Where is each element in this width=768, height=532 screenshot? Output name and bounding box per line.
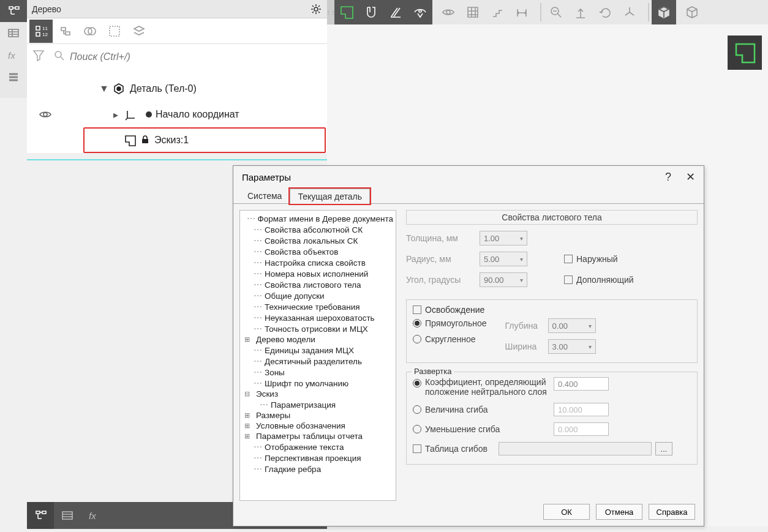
ptree-item[interactable]: Десятичный разделитель <box>265 357 362 366</box>
complement-checkbox[interactable] <box>564 275 573 284</box>
bend-label: Величина сгиба <box>425 405 554 414</box>
ptree-item[interactable]: Номера новых исполнений <box>265 269 368 279</box>
coef-input[interactable] <box>554 377 609 391</box>
ptree-item[interactable]: Зоны <box>265 368 285 377</box>
tree-tb-numbered-icon[interactable]: 1112 <box>29 20 53 43</box>
tree-sketch-label: Эскиз:1 <box>154 135 189 146</box>
help-button[interactable]: Справка <box>649 504 695 520</box>
ptree-item[interactable]: Дерево модели <box>256 335 315 344</box>
ptree-item[interactable]: Параметры таблицы отчета <box>256 432 363 441</box>
ok-button[interactable]: ОК <box>543 504 590 520</box>
bend-radio[interactable] <box>413 405 421 414</box>
drag-handle-icon[interactable]: ⋮⋮ <box>327 0 334 24</box>
ptree-item[interactable]: Свойства объектов <box>265 247 339 257</box>
cancel-button[interactable]: Отмена <box>596 504 642 520</box>
dialog-title: Параметры <box>242 172 291 182</box>
ptree-item[interactable]: Параметризация <box>271 400 336 410</box>
ptree-item[interactable]: Свойства листового тела <box>265 280 361 290</box>
left-rail-fx-icon[interactable]: fx <box>0 44 27 66</box>
eye-icon[interactable] <box>34 110 56 119</box>
ptree-item[interactable]: Шрифт по умолчанию <box>265 379 348 388</box>
ptree-item[interactable]: Перспективная проекция <box>265 454 361 463</box>
reduce-input[interactable] <box>554 422 609 436</box>
tree-tb-link-icon[interactable] <box>54 20 77 43</box>
viewport-sketch-badge[interactable] <box>728 36 762 70</box>
bend-table-checkbox[interactable] <box>413 444 421 453</box>
tab-current-part[interactable]: Текущая деталь <box>290 189 370 204</box>
tool-cube-wire-icon[interactable] <box>680 0 704 24</box>
tree-tb-select-icon[interactable] <box>103 20 126 43</box>
reduce-radio[interactable] <box>413 425 421 433</box>
btm-fx-icon[interactable]: fx <box>81 502 108 529</box>
tool-eye-icon[interactable] <box>408 0 432 24</box>
close-icon[interactable]: ✕ <box>686 170 695 184</box>
depth-combo[interactable]: 0.00▾ <box>548 318 596 333</box>
svg-text:11: 11 <box>42 26 48 31</box>
radius-label: Радиус, мм <box>406 254 480 264</box>
tool-step-icon[interactable] <box>485 0 510 24</box>
ptree-item[interactable]: Условные обозначения <box>256 421 345 430</box>
tool-sketch-icon[interactable] <box>334 0 359 24</box>
filter-icon[interactable] <box>32 48 49 66</box>
ptree-item[interactable]: Эскиз <box>256 389 278 399</box>
rounded-radio[interactable] <box>413 335 421 343</box>
bend-table-label: Таблица сгибов <box>425 444 499 454</box>
bend-input[interactable] <box>554 403 609 416</box>
tree-origin-label: Начало координат <box>156 109 239 120</box>
thickness-combo[interactable]: 1.00▾ <box>480 231 527 245</box>
tool-cube-solid-icon[interactable] <box>652 0 676 24</box>
tab-system[interactable]: Система <box>239 188 290 203</box>
search-input[interactable] <box>70 51 322 62</box>
tree-tb-overlap-icon[interactable] <box>78 20 102 43</box>
ptree-item[interactable]: Неуказанная шероховатость <box>265 313 375 323</box>
ptree-item[interactable]: Точность отрисовки и МЦХ <box>265 324 368 334</box>
coef-label: Коэффициент, определяющий положение нейт… <box>425 377 554 397</box>
bend-table-input[interactable] <box>499 442 652 455</box>
reduce-label: Уменьшение сгиба <box>425 424 554 434</box>
tool-grid-icon[interactable] <box>461 0 485 24</box>
tool-view-icon[interactable] <box>436 0 461 24</box>
ptree-item[interactable]: Гладкие ребра <box>265 465 321 474</box>
ptree-item[interactable]: Единицы задания МЦХ <box>265 346 354 355</box>
ptree-item[interactable]: Формат имени в Дереве документа <box>258 214 393 223</box>
ptree-item[interactable]: Свойства абсолютной СК <box>265 225 363 234</box>
ptree-item[interactable]: Настройка списка свойств <box>265 258 366 268</box>
coef-radio[interactable] <box>413 379 421 388</box>
width-combo[interactable]: 3.00▾ <box>548 339 596 354</box>
tree-row-sketch[interactable]: Эскиз:1 <box>83 127 326 153</box>
tool-zoom-icon[interactable] <box>544 0 568 24</box>
tree-row-origin[interactable]: ▸ Начало координат <box>27 102 327 127</box>
tool-axis3d-icon[interactable] <box>617 0 642 24</box>
left-rail-table-icon[interactable] <box>0 22 27 44</box>
release-checkbox[interactable] <box>413 305 421 314</box>
ptree-item[interactable]: Общие допуски <box>265 291 325 301</box>
tool-dims-icon[interactable] <box>510 0 534 24</box>
btm-table-icon[interactable] <box>54 502 81 529</box>
tree-tb-layers-icon[interactable] <box>127 20 151 43</box>
param-tree[interactable]: ⋯Формат имени в Дереве документа ⋯Свойст… <box>239 210 396 501</box>
svg-text:fx: fx <box>89 511 96 521</box>
tree-row-root[interactable]: ▼ Деталь (Тел-0) <box>27 76 327 102</box>
btm-tree-icon[interactable] <box>27 502 54 529</box>
tool-rotate-icon[interactable] <box>593 0 617 24</box>
help-icon[interactable]: ? <box>665 171 671 184</box>
left-rail-tree-icon[interactable] <box>0 0 27 22</box>
ptree-item[interactable]: Свойства локальных СК <box>265 236 358 245</box>
axis-icon <box>124 107 138 122</box>
ptree-item[interactable]: Отображение текста <box>265 443 344 452</box>
radius-combo[interactable]: 5.00▾ <box>480 252 527 266</box>
ptree-item[interactable]: Размеры <box>256 411 290 420</box>
angle-combo[interactable]: 90.00▾ <box>480 272 527 287</box>
tool-parallel-icon[interactable] <box>383 0 408 24</box>
ptree-item[interactable]: Технические требования <box>265 302 360 312</box>
outer-checkbox[interactable] <box>564 255 573 263</box>
tool-extrude-icon[interactable] <box>568 0 593 24</box>
browse-button[interactable]: ... <box>655 442 672 455</box>
tree-panel-title: Дерево <box>32 4 61 14</box>
rect-radio[interactable] <box>413 319 421 328</box>
left-rail-list-icon[interactable] <box>0 66 27 88</box>
rounded-label: Скругленное <box>425 334 476 344</box>
tool-magnet-icon[interactable] <box>359 0 383 24</box>
svg-rect-0 <box>9 29 18 37</box>
gear-icon[interactable] <box>310 3 322 15</box>
